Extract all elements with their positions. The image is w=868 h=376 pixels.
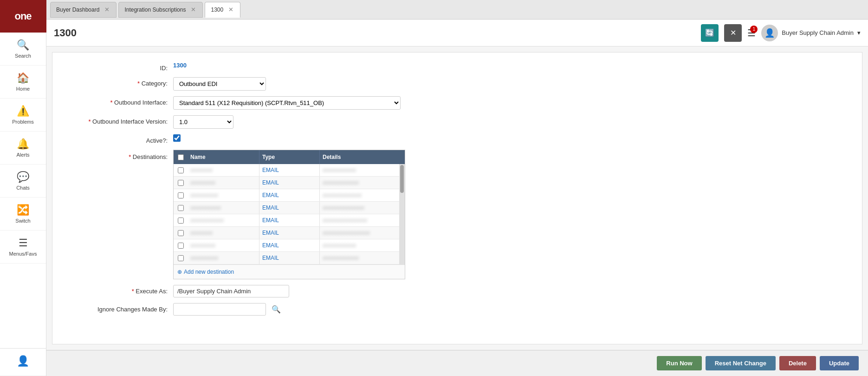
sidebar-item-switch[interactable]: 🔀 Switch bbox=[0, 198, 46, 231]
dest-row-check[interactable] bbox=[174, 240, 188, 251]
dest-scrollbar[interactable] bbox=[399, 164, 405, 264]
problems-icon: ⚠️ bbox=[17, 105, 29, 117]
dest-row-name: xxxxxxxxxxxx bbox=[188, 214, 259, 226]
search-icon: 🔍 bbox=[17, 39, 29, 51]
tab-label-1300: 1300 bbox=[211, 7, 223, 13]
refresh-button[interactable]: 🔄 bbox=[701, 24, 719, 42]
field-outbound-interface: * Outbound Interface: Standard 511 (X12 … bbox=[66, 96, 848, 110]
dest-scrollbar-thumb[interactable] bbox=[400, 165, 404, 193]
active-checkbox[interactable] bbox=[173, 134, 181, 142]
dest-row-name: xxxxxxxxxx bbox=[188, 252, 259, 264]
destinations-table-header: Name Type Details bbox=[174, 150, 405, 164]
dest-row-checkbox-7[interactable] bbox=[178, 255, 184, 261]
dest-row-details: xxxxxxxxxxxxxx bbox=[320, 189, 399, 201]
sidebar-item-search[interactable]: 🔍 Search bbox=[0, 33, 46, 66]
add-destination-footer[interactable]: ⊕ Add new destination bbox=[174, 264, 405, 279]
tab-close-buyer-dashboard[interactable]: ✕ bbox=[103, 6, 110, 13]
category-select[interactable]: Outbound EDI Inbound EDI Other bbox=[173, 77, 266, 91]
tab-1300[interactable]: 1300 ✕ bbox=[205, 2, 240, 18]
sidebar: one 🔍 Search 🏠 Home ⚠️ Problems 🔔 Alerts… bbox=[0, 0, 46, 376]
run-now-button[interactable]: Run Now bbox=[657, 356, 701, 370]
notification-badge: 1 bbox=[750, 26, 758, 33]
ignore-changes-control: 🔍 bbox=[173, 303, 433, 316]
dest-col-type: Type bbox=[259, 150, 320, 164]
execute-as-label: * Execute As: bbox=[66, 285, 173, 295]
alerts-icon: 🔔 bbox=[17, 138, 29, 150]
ignore-changes-input[interactable] bbox=[173, 303, 266, 316]
dest-row-details: xxxxxxxxxxxxxxxx bbox=[320, 214, 399, 226]
category-label: * Category: bbox=[66, 77, 173, 87]
sidebar-item-problems[interactable]: ⚠️ Problems bbox=[0, 99, 46, 132]
add-destination-label: Add new destination bbox=[184, 269, 234, 275]
dest-row-check[interactable] bbox=[174, 165, 188, 176]
table-row[interactable]: xxxxxxxxx EMAIL xxxxxxxxxxxx bbox=[174, 239, 399, 252]
table-row[interactable]: xxxxxxxxxxx EMAIL xxxxxxxxxxxxxxx bbox=[174, 202, 399, 214]
dest-row-type: EMAIL bbox=[259, 227, 320, 239]
dest-row-check[interactable] bbox=[174, 227, 188, 239]
dest-row-checkbox-5[interactable] bbox=[178, 230, 184, 236]
sidebar-label-alerts: Alerts bbox=[16, 152, 29, 158]
dest-row-checkbox-0[interactable] bbox=[178, 167, 184, 173]
table-row[interactable]: xxxxxxxxxxxx EMAIL xxxxxxxxxxxxxxxx bbox=[174, 214, 399, 227]
main-content: Buyer Dashboard ✕ Integration Subscripti… bbox=[46, 0, 868, 376]
sidebar-label-chats: Chats bbox=[16, 185, 30, 191]
outbound-interface-select[interactable]: Standard 511 (X12 Requisition) (SCPT.Rtv… bbox=[173, 96, 401, 110]
dest-row-name: xxxxxxxxxx bbox=[188, 189, 259, 201]
reset-net-change-button[interactable]: Reset Net Change bbox=[706, 356, 776, 370]
ignore-changes-search-button[interactable]: 🔍 bbox=[272, 305, 281, 314]
field-id: ID: 1300 bbox=[66, 62, 848, 72]
page-header: 1300 🔄 ✕ ☰ 1 👤 Buyer Supply Chain Admin … bbox=[46, 20, 868, 46]
dest-row-check[interactable] bbox=[174, 202, 188, 214]
sidebar-item-home[interactable]: 🏠 Home bbox=[0, 66, 46, 99]
dest-row-type: EMAIL bbox=[259, 202, 320, 214]
sidebar-item-menus[interactable]: ☰ Menus/Favs bbox=[0, 231, 46, 264]
plus-icon: ⊕ bbox=[177, 269, 182, 275]
action-bar: Run Now Reset Net Change Delete Update bbox=[46, 350, 868, 376]
dest-select-all-checkbox[interactable] bbox=[178, 154, 184, 160]
dest-row-type: EMAIL bbox=[259, 164, 320, 176]
sidebar-item-chats[interactable]: 💬 Chats bbox=[0, 165, 46, 198]
app-logo[interactable]: one bbox=[0, 0, 46, 33]
dest-header-check bbox=[174, 151, 188, 164]
dest-row-checkbox-6[interactable] bbox=[178, 243, 184, 249]
active-label: Active?: bbox=[66, 134, 173, 144]
user-avatar-icon: 👤 bbox=[17, 355, 29, 367]
dest-row-check[interactable] bbox=[174, 190, 188, 201]
field-execute-as: * Execute As: /Buyer Supply Chain Admin bbox=[66, 285, 848, 297]
add-destination-button[interactable]: ⊕ Add new destination bbox=[177, 269, 234, 275]
table-row[interactable]: xxxxxxxx EMAIL xxxxxxxxxxxx bbox=[174, 164, 399, 177]
table-row[interactable]: xxxxxxxx EMAIL xxxxxxxxxxxxxxxxx bbox=[174, 227, 399, 239]
dest-row-check[interactable] bbox=[174, 252, 188, 264]
active-control bbox=[173, 134, 433, 143]
page-title: 1300 bbox=[54, 27, 695, 39]
delete-button[interactable]: Delete bbox=[779, 356, 816, 370]
tab-integration-subscriptions[interactable]: Integration Subscriptions ✕ bbox=[118, 2, 203, 18]
home-icon: 🏠 bbox=[17, 72, 29, 84]
field-ignore-changes: Ignore Changes Made By: 🔍 bbox=[66, 303, 848, 316]
dest-row-type: EMAIL bbox=[259, 239, 320, 251]
tab-close-1300[interactable]: ✕ bbox=[227, 6, 234, 13]
dest-row-check[interactable] bbox=[174, 177, 188, 189]
table-row[interactable]: xxxxxxxxxx EMAIL xxxxxxxxxxxxx bbox=[174, 252, 399, 264]
sidebar-item-user[interactable]: 👤 bbox=[0, 348, 46, 376]
tab-buyer-dashboard[interactable]: Buyer Dashboard ✕ bbox=[50, 2, 117, 18]
tab-close-integration-subscriptions[interactable]: ✕ bbox=[189, 6, 197, 13]
dest-body[interactable]: xxxxxxxx EMAIL xxxxxxxxxxxx xxxxxxxxx EM… bbox=[174, 164, 399, 264]
dest-col-name: Name bbox=[188, 150, 259, 164]
dest-row-checkbox-1[interactable] bbox=[178, 180, 184, 186]
user-dropdown[interactable]: 👤 Buyer Supply Chain Admin ▾ bbox=[761, 25, 861, 41]
dest-row-checkbox-2[interactable] bbox=[178, 192, 184, 198]
sidebar-item-alerts[interactable]: 🔔 Alerts bbox=[0, 132, 46, 165]
dest-row-type: EMAIL bbox=[259, 177, 320, 189]
dest-row-details: xxxxxxxxxxxx bbox=[320, 239, 399, 251]
update-button[interactable]: Update bbox=[820, 356, 859, 370]
dest-row-check[interactable] bbox=[174, 215, 188, 226]
table-row[interactable]: xxxxxxxxxx EMAIL xxxxxxxxxxxxxx bbox=[174, 189, 399, 202]
outbound-interface-version-select[interactable]: 1.0 2.0 bbox=[173, 115, 233, 129]
table-row[interactable]: xxxxxxxxx EMAIL xxxxxxxxxxxxx bbox=[174, 177, 399, 189]
dest-row-checkbox-4[interactable] bbox=[178, 218, 184, 224]
dest-row-checkbox-3[interactable] bbox=[178, 205, 184, 211]
close-button[interactable]: ✕ bbox=[724, 24, 742, 42]
notification-area[interactable]: ☰ 1 bbox=[747, 27, 756, 39]
outbound-interface-control: Standard 511 (X12 Requisition) (SCPT.Rtv… bbox=[173, 96, 433, 110]
